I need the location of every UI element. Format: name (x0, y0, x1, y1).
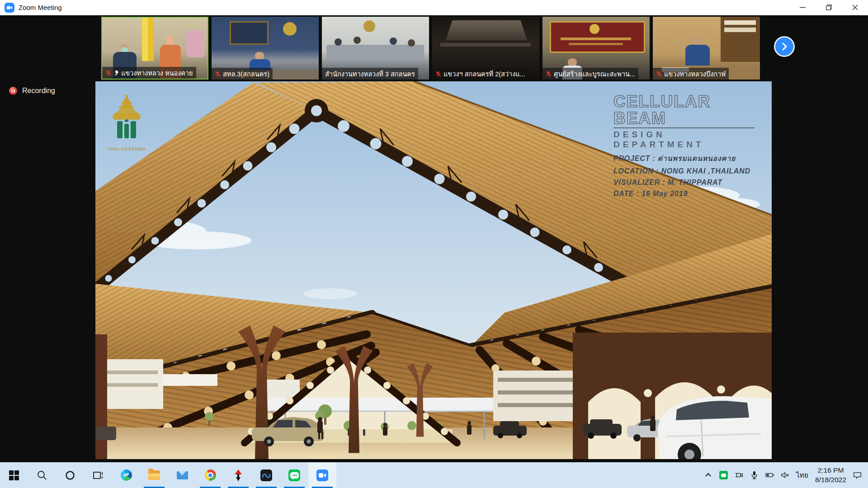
stamp-date: DATE : 16 May 2019 (613, 190, 755, 198)
tray-overflow-button[interactable] (704, 471, 712, 479)
thai-customs-logo: THAI CUSTOMS (107, 94, 146, 151)
mask-shape (121, 47, 128, 52)
person-shape (693, 37, 703, 46)
chrome-button[interactable] (196, 462, 224, 488)
participant-label: แขวงฯ สกลนครที่ 2(สว่างแ... (432, 68, 528, 80)
minimize-button[interactable] (789, 0, 816, 15)
microphone-tray-icon[interactable] (750, 471, 759, 479)
search-icon (37, 470, 47, 481)
participant-name: แขวงทางหลวง หนองคาย (121, 68, 193, 78)
participant-label: แขวงทางหลวงบึงกาฬ (653, 68, 729, 80)
binder-shape (724, 28, 756, 32)
participant-tile-3[interactable]: สำนักงานทางหลวงที่ 3 สกลนคร (322, 17, 429, 80)
window-title: Zoom Meeting (19, 4, 62, 11)
mic-muted-icon (656, 71, 662, 77)
recording-icon (9, 87, 17, 95)
stamp-visualizer: VISUALIZER : M. THIPPARAT (613, 178, 755, 187)
participant-tile-4[interactable]: แขวงฯ สกลนครที่ 2(สว่างแ... (432, 17, 539, 80)
participant-tile-2[interactable]: สทล.3(สกลนคร) (212, 17, 319, 80)
restore-button[interactable] (816, 0, 842, 15)
action-center-button[interactable] (853, 471, 862, 479)
zoom-meeting-window: Zoom Meeting (0, 0, 868, 488)
stamp-title: CELLULAR BEAM (613, 93, 755, 128)
file-explorer-button[interactable] (140, 462, 168, 488)
close-button[interactable] (842, 0, 868, 15)
mail-button[interactable] (168, 462, 196, 488)
edge-icon (121, 469, 132, 481)
emblem-shape (590, 24, 599, 34)
sync-app-button[interactable] (224, 462, 252, 488)
recording-indicator: Recording (9, 87, 55, 95)
table-shape (326, 45, 424, 60)
up-down-arrows-icon (233, 469, 243, 481)
participant-tile-6[interactable]: แขวงทางหลวงบึงกาฬ (653, 17, 760, 80)
chevron-right-icon (780, 42, 789, 51)
clock-time: 2:16 PM (815, 466, 846, 475)
cortana-button[interactable] (56, 462, 84, 488)
volume-muted-icon[interactable] (781, 471, 789, 479)
logo-caption: THAI CUSTOMS (107, 146, 146, 151)
camera-tray-icon[interactable] (735, 471, 743, 479)
clock[interactable]: 2:16 PM 8/18/2022 (815, 466, 846, 484)
pin-icon (113, 70, 119, 76)
participant-name: แขวงฯ สกลนครที่ 2(สว่างแ... (443, 69, 525, 79)
participant-name: แขวงทางหลวงบึงกาฬ (664, 69, 726, 79)
line-label: LINE (291, 474, 297, 477)
battery-icon[interactable] (765, 471, 774, 479)
search-button[interactable] (28, 462, 56, 488)
sign-shape (230, 21, 269, 45)
video-filmstrip: แขวงทางหลวง หนองคาย (101, 17, 760, 80)
edge-button[interactable] (112, 462, 140, 488)
stamp-project: PROJECT : ด่านพรมแดนหนองคาย (613, 153, 755, 164)
zoom-icon (316, 469, 328, 481)
clock-date: 8/18/2022 (815, 475, 846, 484)
design-stamp: CELLULAR BEAM DESIGN DEPARTMENT PROJECT … (613, 93, 755, 198)
mic-muted-icon (215, 71, 221, 77)
zoom-app-icon (5, 3, 14, 13)
participant-name: สทล.3(สกลนคร) (223, 69, 269, 79)
webex-button[interactable] (252, 462, 280, 488)
dashboard-shape (440, 43, 531, 47)
participant-name: ศูนย์สร้างและบูรณะสะพาน... (554, 69, 635, 79)
participant-tile-5[interactable]: ศูนย์สร้างและบูรณะสะพาน... (542, 17, 650, 80)
line-button[interactable]: LINE (280, 462, 308, 488)
file-explorer-icon (148, 470, 160, 480)
person-shape (354, 37, 361, 44)
stamp-location: LOCATION : NONG KHAI ,THAILAND (613, 167, 755, 175)
participant-name: สำนักงานทางหลวงที่ 3 สกลนคร (325, 69, 415, 79)
recording-label: Recording (22, 87, 55, 95)
title-bar: Zoom Meeting (0, 0, 868, 15)
system-tray: ไทย 2:16 PM 8/18/2022 (704, 462, 868, 488)
person-shape (390, 38, 397, 45)
participant-label: ศูนย์สร้างและบูรณะสะพาน... (542, 68, 638, 80)
language-indicator[interactable]: ไทย (796, 469, 808, 481)
chrome-icon (205, 469, 216, 481)
participant-tile-1[interactable]: แขวงทางหลวง หนองคาย (101, 17, 208, 80)
line-tray-icon[interactable] (719, 471, 728, 479)
mic-muted-icon (546, 71, 552, 77)
person-shape (408, 39, 415, 47)
binder-shape (724, 20, 756, 25)
flag-shape (142, 18, 154, 61)
emblem-shape (363, 20, 375, 32)
cortana-icon (65, 470, 75, 481)
task-view-button[interactable] (84, 462, 112, 488)
emblem-shape (283, 22, 297, 36)
mail-icon (177, 471, 188, 479)
curtain-shape (186, 30, 204, 57)
mic-muted-icon (105, 70, 111, 76)
windows-taskbar: LINE (0, 462, 868, 488)
start-button[interactable] (0, 462, 28, 488)
person-shape (335, 38, 342, 46)
windshield-shape (446, 20, 527, 40)
sign-text-shape (561, 38, 631, 40)
shared-screen: THAI CUSTOMS CELLULAR BEAM DESIGN DEPART… (95, 81, 772, 459)
mic-muted-icon (435, 71, 441, 77)
participant-label: สำนักงานทางหลวงที่ 3 สกลนคร (322, 68, 418, 80)
participant-label: สทล.3(สกลนคร) (212, 68, 273, 80)
zoom-taskbar-button[interactable] (308, 462, 336, 488)
webex-icon (260, 469, 272, 481)
stamp-subtitle: DESIGN DEPARTMENT (613, 130, 755, 150)
window-controls (789, 0, 868, 15)
next-videos-button[interactable] (774, 36, 795, 57)
